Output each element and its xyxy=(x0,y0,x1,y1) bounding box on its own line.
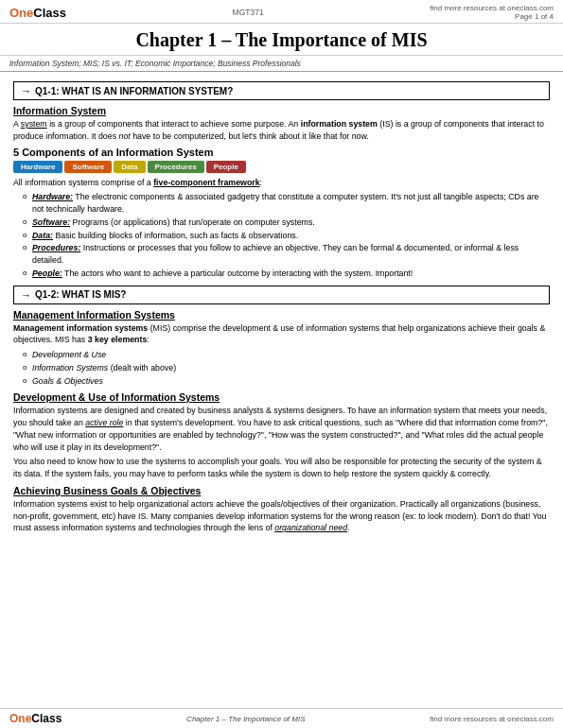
is-bold: information system xyxy=(301,119,378,129)
header-logo: OneClass xyxy=(9,6,66,20)
procedures-term: Procedures: xyxy=(32,243,80,252)
page-header: OneClass MGT371 find more resources at o… xyxy=(0,0,563,24)
logo-one: One xyxy=(9,6,33,20)
title-section: Chapter 1 – The Importance of MIS xyxy=(0,24,563,56)
components-list: Hardware: The electronic components & as… xyxy=(13,191,550,279)
people-term: People: xyxy=(32,269,62,278)
list-item: Procedures: Instructions or processes th… xyxy=(23,242,550,267)
five-components-section: 5 Components of an Information System Ha… xyxy=(13,147,550,280)
mis-paragraph: Management information systems (MIS) com… xyxy=(13,322,550,347)
content-area: → Q1-1: WHAT IS AN INFORMATION SYSTEM? I… xyxy=(0,72,563,541)
people-pill: People xyxy=(206,161,246,173)
footer-right-text: find more resources at oneclass.com xyxy=(430,715,554,723)
footer-logo-class: Class xyxy=(31,712,62,725)
find-more-text: find more resources at oneclass.com xyxy=(430,4,554,12)
data-term: Data: xyxy=(32,231,53,240)
footer-logo: OneClass xyxy=(9,712,62,725)
software-pill: Software xyxy=(64,161,112,173)
components-intro: All information systems comprise of a fi… xyxy=(13,177,550,189)
software-term: Software: xyxy=(32,217,70,227)
section-q11-header: → Q1-1: WHAT IS AN INFORMATION SYSTEM? xyxy=(13,81,550,100)
list-item: Goals & Objectives xyxy=(23,375,550,388)
arrow-icon-2: → xyxy=(21,289,31,301)
section-q12-label: Q1-2: WHAT IS MIS? xyxy=(35,289,126,300)
section-q12-header: → Q1-2: WHAT IS MIS? xyxy=(13,286,550,304)
hardware-pill: Hardware xyxy=(13,161,62,173)
data-pill: Data xyxy=(114,161,145,173)
three-key: 3 key elements xyxy=(88,335,148,344)
hardware-term: Hardware: xyxy=(32,192,73,201)
footer-logo-one: One xyxy=(9,712,31,725)
header-right-info: find more resources at oneclass.com Page… xyxy=(430,4,554,21)
list-item: Development & Use xyxy=(23,349,550,361)
mis-title: Management Information Systems xyxy=(13,309,550,321)
active-role: active role xyxy=(85,418,123,427)
mis-list: Development & Use Information Systems (d… xyxy=(13,349,550,387)
arrow-icon: → xyxy=(21,85,31,96)
list-item: Software: Programs (or applications) tha… xyxy=(23,217,550,229)
component-bar: Hardware Software Data Procedures People xyxy=(13,161,550,173)
list-item: Data: Basic building blocks of informati… xyxy=(23,230,550,242)
not-italic: not xyxy=(119,131,131,141)
system-underline: system xyxy=(21,119,47,129)
mis-bold: Management information systems xyxy=(13,323,148,333)
section-q11-label: Q1-1: WHAT IS AN INFORMATION SYSTEM? xyxy=(35,86,233,96)
page: OneClass MGT371 find more resources at o… xyxy=(0,0,563,728)
five-components-title: 5 Components of an Information System xyxy=(13,147,550,158)
list-item: People: The actors who want to achieve a… xyxy=(23,268,550,280)
is-item: Information Systems xyxy=(32,363,108,373)
list-item: Information Systems (dealt with above) xyxy=(23,362,550,374)
achieving-para: Information systems exist to help organi… xyxy=(13,498,550,534)
procedures-pill: Procedures xyxy=(148,161,204,173)
list-item: Hardware: The electronic components & as… xyxy=(23,191,550,216)
subtitle-bar: Information System; MIS; IS vs. IT; Econ… xyxy=(0,56,563,72)
main-title: Chapter 1 – The Importance of MIS xyxy=(9,29,554,51)
page-info: Page 1 of 4 xyxy=(430,12,554,21)
achieving-title: Achieving Business Goals & Objectives xyxy=(13,485,550,496)
org-need: organizational need xyxy=(274,523,347,532)
information-system-paragraph: A system is a group of components that i… xyxy=(13,118,550,143)
footer-center-text: Chapter 1 – The Importance of MIS xyxy=(186,715,305,723)
goals-item: Goals & Objectives xyxy=(32,376,103,386)
logo-class: Class xyxy=(33,6,66,20)
page-footer: OneClass Chapter 1 – The Importance of M… xyxy=(0,708,563,728)
information-system-title: Information System xyxy=(13,105,550,116)
dev-use-title: Development & Use of Information Systems xyxy=(13,391,550,403)
five-component-bold: five-component framework xyxy=(153,178,259,187)
dev-use-para1: Information systems are designed and cre… xyxy=(13,405,550,453)
header-course: MGT371 xyxy=(233,8,264,17)
dev-use-para2: You also need to know how to use the sys… xyxy=(13,456,550,480)
dev-use-item: Development & Use xyxy=(32,350,106,359)
